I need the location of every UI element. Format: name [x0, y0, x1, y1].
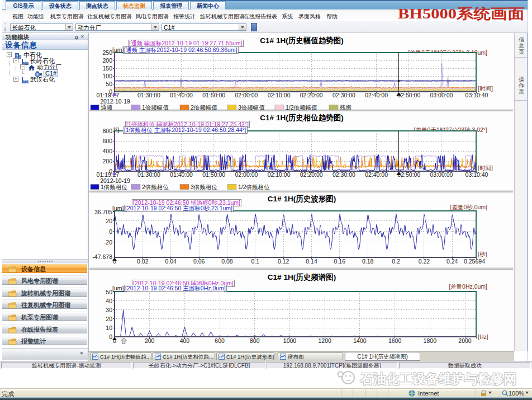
svg-text:1/2倍频幅值: 1/2倍频幅值	[286, 104, 317, 111]
svg-text:2000: 2000	[458, 337, 472, 344]
svg-text:1800: 1800	[424, 337, 437, 344]
svg-text:02:30:00: 02:30:00	[332, 171, 355, 178]
svg-text:02:20:00: 02:20:00	[300, 171, 323, 178]
svg-text:01:40:00: 01:40:00	[170, 92, 193, 98]
svg-text:0: 0	[109, 228, 112, 235]
svg-text:02:00:00: 02:00:00	[235, 92, 258, 98]
svg-text:10: 10	[106, 324, 112, 331]
svg-text:1000: 1000	[283, 337, 297, 344]
svg-text:600: 600	[102, 138, 112, 144]
svg-text:0.18: 0.18	[362, 258, 374, 265]
svg-text:02:20:00: 02:20:00	[300, 92, 323, 98]
svg-text:02:10:00: 02:10:00	[268, 92, 291, 98]
svg-text:02:30:00: 02:30:00	[332, 92, 355, 98]
svg-text:1/2倍频相位: 1/2倍频相位	[238, 183, 270, 190]
svg-text:800: 800	[250, 337, 260, 344]
svg-text:[差量0秒,0um]: [差量0秒,0um]	[450, 204, 487, 210]
svg-text:3倍频相位: 3倍频相位	[191, 183, 217, 190]
svg-text:0.16: 0.16	[334, 258, 346, 265]
svg-text:01:40:00: 01:40:00	[170, 171, 193, 178]
svg-text:3倍频幅值: 3倍频幅值	[238, 104, 265, 111]
svg-text:200: 200	[145, 337, 155, 344]
svg-text:01:30:00: 01:30:00	[137, 171, 160, 178]
svg-text:0.22: 0.22	[419, 258, 430, 265]
svg-text:02:40:00: 02:40:00	[365, 171, 388, 178]
svg-text:02:50:00: 02:50:00	[397, 171, 420, 178]
svg-text:2倍频相位: 2倍频相位	[142, 183, 169, 190]
svg-text:C1# 1H(历史频谱图): C1# 1H(历史频谱图)	[268, 273, 336, 281]
svg-text:100: 100	[102, 73, 112, 79]
svg-text:150: 150	[102, 65, 112, 72]
svg-text:0.06: 0.06	[193, 258, 205, 265]
svg-text:0.25694: 0.25694	[464, 258, 485, 265]
svg-text:[时间]: [时间]	[478, 85, 493, 92]
svg-text:2倍频幅值: 2倍频幅值	[191, 104, 217, 111]
svg-text:0.1: 0.1	[251, 258, 259, 265]
svg-text:0.02: 0.02	[137, 258, 149, 265]
svg-text:30: 30	[106, 307, 112, 313]
svg-text:03:00:00: 03:00:00	[430, 171, 453, 178]
svg-text:02:10:00: 02:10:00	[268, 171, 291, 178]
svg-text:残振: 残振	[340, 104, 352, 111]
svg-text:200: 200	[102, 158, 112, 164]
svg-text:通频: 通频	[101, 104, 113, 111]
svg-text:01:50:00: 01:50:00	[202, 171, 225, 178]
svg-text:600: 600	[215, 337, 225, 344]
svg-text:20: 20	[106, 316, 112, 322]
svg-text:50: 50	[106, 81, 112, 87]
svg-text:1200: 1200	[319, 337, 332, 344]
svg-text:20: 20	[106, 218, 112, 224]
svg-text:36.705: 36.705	[94, 209, 112, 215]
svg-text:400: 400	[180, 337, 190, 344]
svg-text:03:10:40: 03:10:40	[466, 92, 488, 98]
svg-text:250: 250	[102, 49, 112, 56]
svg-text:C1# 1H(历史相位趋势图): C1# 1H(历史相位趋势图)	[260, 114, 343, 122]
svg-text:02:50:00: 02:50:00	[397, 92, 420, 98]
svg-text:1400: 1400	[353, 337, 367, 344]
svg-text:0.04: 0.04	[165, 258, 177, 265]
svg-text:400: 400	[102, 148, 112, 154]
svg-text:03:00:00: 03:00:00	[430, 92, 453, 98]
svg-text:02:40:00: 02:40:00	[365, 92, 388, 98]
svg-text:1倍频幅值: 1倍频幅值	[142, 104, 169, 111]
svg-text:-47.678: -47.678	[92, 253, 112, 260]
svg-text:[时间]: [时间]	[478, 164, 493, 171]
svg-text:0.24: 0.24	[446, 258, 458, 265]
svg-text:800: 800	[102, 128, 112, 134]
svg-text:0.08: 0.08	[221, 258, 233, 265]
svg-text:1倍频相位: 1倍频相位	[101, 183, 127, 190]
svg-text:50: 50	[106, 289, 112, 295]
svg-text:03:10:40: 03:10:40	[466, 171, 488, 178]
svg-text:[秒]: [秒]	[478, 251, 487, 257]
svg-text:C1# 1H(历史幅值趋势图): C1# 1H(历史幅值趋势图)	[260, 36, 343, 45]
svg-text:0.14: 0.14	[306, 258, 317, 265]
svg-text:01:30:00: 01:30:00	[137, 92, 160, 98]
svg-text:1600: 1600	[388, 337, 402, 344]
svg-text:01:50:00: 01:50:00	[202, 92, 225, 98]
svg-text:[差量0Hz,0um]: [差量0Hz,0um]	[449, 283, 487, 290]
svg-text:C1# 1H(历史波形图): C1# 1H(历史波形图)	[268, 195, 336, 203]
svg-text:0.2: 0.2	[392, 258, 400, 265]
svg-text:[Hz]: [Hz]	[478, 333, 488, 340]
svg-text:0: 0	[109, 333, 112, 340]
svg-text:0.12: 0.12	[278, 258, 289, 265]
svg-text:200: 200	[102, 57, 112, 64]
svg-text:02:00:00: 02:00:00	[235, 171, 258, 178]
svg-text:-20: -20	[104, 239, 112, 246]
svg-text:40: 40	[106, 298, 112, 304]
